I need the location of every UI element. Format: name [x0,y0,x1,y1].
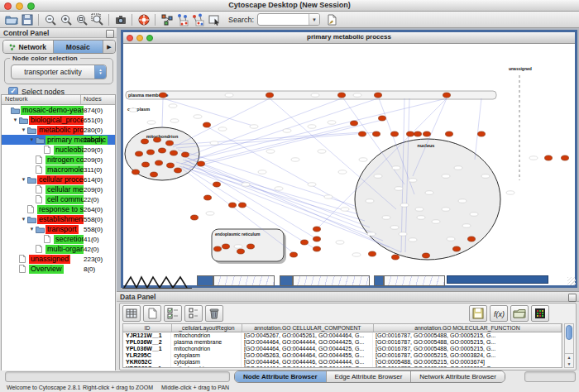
graph-node[interactable] [160,93,167,98]
matrix-view-button[interactable] [531,305,549,322]
tree-row[interactable]: nucleobase-cont209(0) [2,145,115,155]
tree-row[interactable]: cellular metabol209(0) [2,184,115,194]
tree-row[interactable]: ▼primary metabolic209(0) [2,135,115,145]
tree-column-nodes[interactable]: Nodes [80,95,115,104]
search-dropdown-arrow-icon[interactable]: ▼ [309,14,319,25]
background-window-strip[interactable] [197,275,213,286]
graph-node[interactable] [313,227,321,232]
graph-node[interactable] [373,131,380,136]
tree-expand-arrow-icon[interactable]: ▼ [20,127,27,132]
graph-node[interactable] [290,252,298,257]
zoom-selected-button[interactable] [89,12,105,27]
unselect-attributes-button[interactable] [184,305,203,322]
scrollbar-thumb[interactable] [566,325,572,340]
graph-node[interactable] [301,240,309,245]
node-color-dropdown[interactable]: transporter activity ▲▼ [11,65,107,79]
tree-row[interactable]: ▼establishment of lo558(0) [2,214,115,224]
table-row[interactable]: YJR121W__1mitochondrion[GO:0045267, GO:0… [123,332,562,339]
tab-network[interactable]: Network [3,41,54,53]
table-column-header[interactable]: _cellularLayoutRegion [172,324,242,332]
tree-expand-arrow-icon[interactable]: ▼ [20,217,27,222]
table-scrollbar[interactable]: ▲▼ [564,323,574,368]
graph-node[interactable] [182,152,189,157]
tree-row[interactable]: response to stimulu264(0) [2,204,115,214]
tree-column-network[interactable]: Network [2,95,80,104]
tab-network-attribute-browser[interactable]: Network Attribute Browser [411,371,504,382]
layout-apply-button[interactable] [175,12,190,27]
function-builder-button[interactable]: f(x) [490,305,508,322]
graph-node[interactable] [223,244,230,249]
graph-node[interactable] [407,131,414,136]
graph-node[interactable] [423,131,431,136]
search-config-button[interactable] [323,12,339,27]
table-column-header[interactable]: annotation.GO MOLECULAR_FUNCTION [374,324,562,332]
tree-expand-arrow-icon[interactable]: ▼ [28,227,36,232]
background-window-strip[interactable] [280,275,293,286]
tree-expand-arrow-icon[interactable]: ▼ [12,117,19,122]
select-mode-button[interactable] [206,12,222,27]
table-row[interactable]: YPL036W__2plasma membrane[GO:0044464, GO… [123,339,562,346]
table-column-header[interactable]: annotation.GO CELLULAR_COMPONENT [242,324,374,332]
new-attribute-button[interactable] [143,305,161,322]
background-window-strip[interactable] [447,275,548,284]
network-manager-button[interactable] [159,12,175,27]
layout-apply-alt-button[interactable] [190,12,206,27]
more-tabs-arrow-icon[interactable]: ▶ [103,41,115,53]
delete-attribute-button[interactable] [205,305,223,322]
search-input[interactable] [258,15,309,24]
graph-node[interactable] [132,170,140,174]
background-window-strip[interactable] [293,275,370,286]
resize-grip-icon[interactable] [567,277,576,285]
graph-node[interactable] [142,162,150,167]
attribute-table-button[interactable] [122,305,141,322]
graph-node[interactable] [478,131,486,136]
table-row[interactable]: YPL036W__1mitochondrion[GO:0044464, GO:0… [123,346,562,352]
graph-node[interactable] [151,172,158,177]
graph-node[interactable] [159,148,166,153]
open-session-button[interactable] [3,12,19,27]
tree-row[interactable]: ▼transport558(0) [2,224,115,234]
graph-node[interactable] [141,139,149,144]
graph-node[interactable] [375,93,382,98]
graph-node[interactable] [147,150,155,155]
graph-node[interactable] [443,93,451,98]
scrollbar-arrows[interactable]: ▲▼ [565,353,573,367]
tree-expand-arrow-icon[interactable]: ▼ [28,137,36,142]
graph-node[interactable] [203,122,211,127]
graph-node[interactable] [369,251,376,256]
tree-row[interactable]: unassigned223(0) [2,254,115,264]
tree-row[interactable]: Overview8(0) [2,264,115,274]
tree-row[interactable]: secretion41(0) [2,234,115,244]
graph-node[interactable] [423,253,430,258]
save-table-button[interactable] [469,305,487,322]
background-window-strip[interactable] [213,275,275,286]
network-canvas[interactable]: plasma membrane cytoplasm mitochondrion … [123,44,575,284]
graph-node[interactable] [229,203,237,208]
graph-node[interactable] [351,121,358,126]
tree-row[interactable]: macromolecule311(0) [2,165,115,174]
table-column-header[interactable]: ID [123,324,172,332]
select-attributes-button[interactable] [164,305,182,322]
graph-node[interactable] [391,131,399,136]
graph-node[interactable] [313,237,321,241]
graph-node[interactable] [156,160,163,165]
graph-node[interactable] [214,246,222,251]
graph-node[interactable] [562,155,569,160]
graph-node[interactable] [166,141,174,146]
save-session-button[interactable] [19,12,35,27]
graph-node[interactable] [191,215,199,220]
graph-node[interactable] [266,93,274,98]
graph-node[interactable] [198,161,205,166]
tab-node-attribute-browser[interactable]: Node Attribute Browser [235,371,327,382]
zoom-fit-button[interactable] [74,12,89,27]
background-window-strip[interactable] [374,275,384,286]
graph-node[interactable] [453,246,461,251]
zoom-in-button[interactable] [58,12,74,27]
tab-mosaic[interactable]: Mosaic [54,41,104,53]
graph-node[interactable] [167,163,175,168]
import-table-button[interactable] [510,305,529,322]
tree-row[interactable]: ▼metabolic process280(0) [2,125,115,135]
graph-node[interactable] [313,246,321,251]
snapshot-button[interactable] [112,12,128,27]
tree-row[interactable]: ▼biological_process651(0) [2,115,115,125]
